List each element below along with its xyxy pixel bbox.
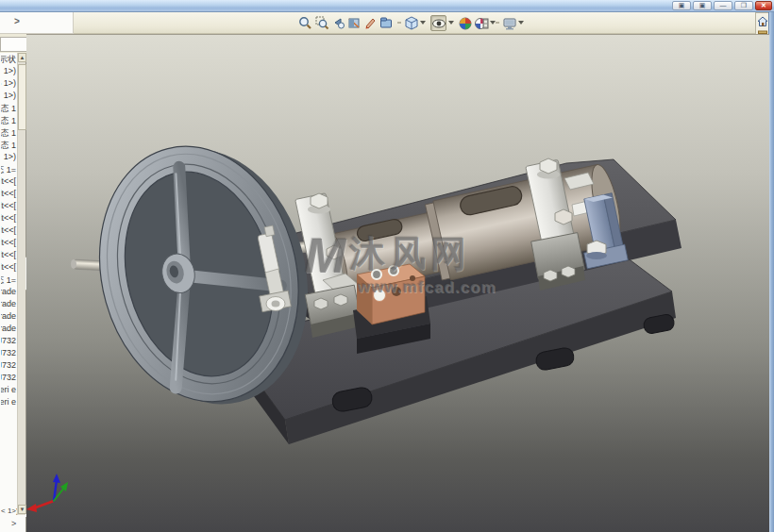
tree-scrollbar[interactable]: ▲ ▼: [17, 53, 25, 515]
z-axis-arrow: [53, 474, 60, 483]
hex-bolt: [311, 193, 328, 208]
origin-triad: [26, 474, 68, 512]
feature-tree-item[interactable]: 1>): [1, 151, 17, 163]
view-orientation-icon[interactable]: [403, 15, 419, 31]
section-view-icon[interactable]: [346, 15, 362, 31]
scrollbar-thumb[interactable]: [18, 64, 26, 130]
expand-panel-chevron-icon[interactable]: >: [14, 16, 20, 26]
zoom-to-area-icon[interactable]: [314, 15, 330, 31]
view-toolbar: [26, 12, 755, 34]
hex-bolt: [540, 158, 557, 174]
zoom-to-fit-icon[interactable]: [297, 15, 313, 31]
feature-tree-item[interactable]: lt<<[: [1, 188, 17, 200]
pane-toggle-button-1[interactable]: ▣: [672, 1, 691, 10]
hex-bolt: [555, 209, 572, 224]
feature-tree-item[interactable]: seri e: [1, 384, 17, 396]
apply-scene-icon[interactable]: [473, 15, 489, 31]
feature-tree-item[interactable]: 3J732: [1, 372, 17, 384]
view-settings-caret[interactable]: [518, 21, 524, 25]
feature-tree-item[interactable]: lt<<[: [1, 224, 17, 237]
solidworks-resources-icon[interactable]: [756, 15, 768, 27]
feature-tree-item[interactable]: lt<<[: [1, 200, 17, 212]
scroll-up-button[interactable]: ▲: [18, 53, 26, 62]
feature-tree-item[interactable]: grade: [1, 298, 17, 310]
feature-tree-item[interactable]: grade: [1, 310, 17, 323]
feature-tree-item[interactable]: 3J732: [1, 347, 17, 359]
watermark: M 沐风网 www.mfcad.com: [305, 235, 560, 297]
feature-tree-item[interactable]: seri e: [1, 396, 17, 408]
pane-toggle-button-2[interactable]: ▣: [693, 1, 712, 10]
scroll-down-button[interactable]: ▼: [18, 505, 26, 514]
feature-tree-item[interactable]: grade: [1, 286, 17, 298]
annotation-view-icon[interactable]: [362, 15, 379, 31]
feature-tree-item[interactable]: 1>): [1, 65, 17, 77]
feature-manager-header: [0, 12, 74, 34]
feature-tree-item[interactable]: 状态 1: [1, 102, 17, 114]
feature-tree-item[interactable]: 显示状: [1, 53, 17, 65]
restore-button[interactable]: ❐: [734, 1, 753, 10]
hscroll-right-arrow[interactable]: >: [11, 519, 16, 528]
feature-tree-item[interactable]: 状态 1: [1, 126, 17, 139]
feature-tree-item[interactable]: 状态 1: [1, 139, 17, 151]
window-controls: ▣ ▣ — ❐ ✕: [672, 1, 772, 11]
display-style-icon[interactable]: [430, 15, 446, 31]
feature-tree-item[interactable]: lt<<[: [1, 212, 17, 224]
feature-tree-item[interactable]: 状态 1: [1, 114, 17, 126]
feature-tree-item[interactable]: grade: [1, 323, 17, 335]
feature-tree-item[interactable]: 3J732: [1, 359, 17, 372]
titlebar: ▣ ▣ — ❐ ✕: [0, 0, 774, 12]
feature-tree-item[interactable]: lt<<[: [1, 237, 17, 249]
minimize-button[interactable]: —: [714, 1, 732, 10]
view-selector-icon[interactable]: [379, 15, 395, 31]
display-style-caret[interactable]: [448, 21, 454, 25]
edit-appearance-icon[interactable]: [457, 15, 473, 31]
feature-tree-item[interactable]: 5 1>): [1, 77, 17, 90]
view-settings-icon[interactable]: [501, 15, 517, 31]
feature-tree-item[interactable]: 1>): [1, 90, 17, 102]
graphics-viewport[interactable]: M 沐风网 www.mfcad.com: [26, 34, 769, 532]
close-button[interactable]: ✕: [755, 1, 772, 10]
previous-view-icon[interactable]: [330, 15, 346, 31]
x-axis-arrow: [26, 504, 37, 512]
hex-bolt: [562, 266, 575, 277]
feature-tree-item[interactable]: lt<<[: [1, 175, 17, 188]
watermark-url: www.mfcad.com: [358, 278, 560, 297]
feature-tree-item[interactable]: 3J732: [1, 335, 17, 347]
watermark-title: 沐风网: [349, 235, 471, 273]
feature-tree-item[interactable]: lt<<[: [1, 261, 17, 274]
feature-tree-item[interactable]: 状态 1=: [1, 274, 17, 286]
feature-tree-item[interactable]: 状态 1=: [1, 163, 17, 175]
feature-tree-item[interactable]: lt<<[: [1, 249, 17, 261]
watermark-logo: M: [305, 235, 342, 276]
hex-bolt: [314, 298, 328, 309]
view-orientation-caret[interactable]: [420, 21, 426, 25]
